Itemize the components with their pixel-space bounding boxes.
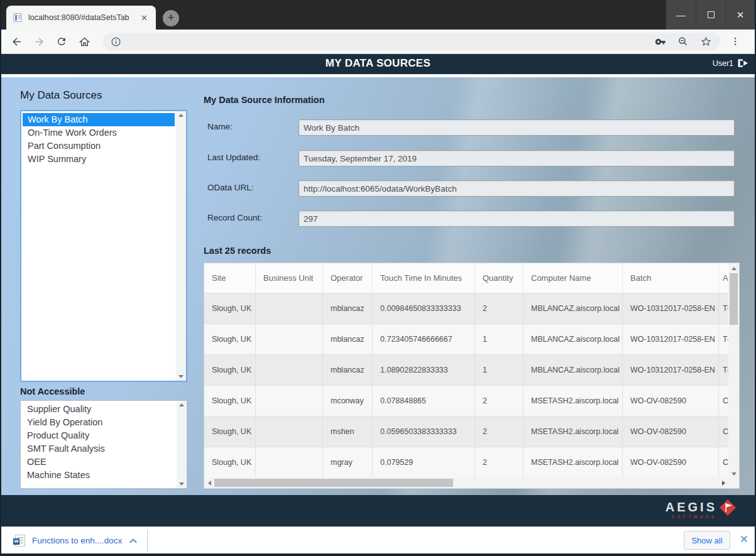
scroll-right-button[interactable] [718,477,728,488]
datasource-list-items: Work By BatchOn-Time Work OrdersPart Con… [21,111,176,381]
table-cell: 2 [475,386,523,416]
table-cell: mconway [323,386,373,416]
logout-icon[interactable] [738,58,748,68]
odata-url-input[interactable] [299,180,735,197]
maximize-button[interactable] [696,0,725,30]
not-accessible-item[interactable]: Machine States [22,469,175,482]
left-panel: My Data Sources Work By BatchOn-Time Wor… [20,77,187,495]
app-footer: AEGIS SOFTWARE [1,495,755,526]
my-data-sources-list[interactable]: Work By BatchOn-Time Work OrdersPart Con… [20,110,187,382]
not-accessible-list[interactable]: Supplier QualityYield By OperationProduc… [20,400,187,489]
key-icon[interactable] [654,35,667,48]
word-document-icon: W [15,535,25,547]
reload-button[interactable] [54,34,69,49]
table-cell: 0.079529 [373,447,475,477]
arrow-left-icon [11,36,23,48]
table-row[interactable]: Slough, UKmblancaz0.7234057466666671MBLA… [204,324,739,355]
table-horizontal-scrollbar[interactable] [204,477,728,488]
address-bar[interactable] [103,33,720,50]
horizontal-scroll-thumb[interactable] [214,479,453,487]
table-cell [256,355,323,385]
scrollbar-corner [728,477,739,488]
chevron-up-icon[interactable] [129,538,138,544]
not-accessible-item[interactable]: Product Quality [22,429,175,442]
zoom-icon[interactable] [676,35,690,48]
table-cell: 1 [475,355,523,385]
datasource-item[interactable]: WIP Summary [23,153,175,166]
table-cell: 1 [475,324,523,354]
not-accessible-item[interactable]: Yield By Operation [22,416,175,429]
table-cell: 0.723405746666667 [373,324,475,354]
table-cell: WO-OV-082590 [623,417,719,447]
table-cell: Slough, UK [204,324,256,354]
browser-menu-icon[interactable] [728,34,743,49]
table-vertical-scrollbar[interactable] [728,263,739,479]
download-bar: W Functions to enh....docx Show all ✕ [1,526,755,553]
not-accessible-item[interactable]: SMT Fault Analysis [22,442,175,455]
table-cell: WO-10312017-0258-EN [623,355,719,385]
table-cell [256,417,323,447]
table-cell: MSETASH2.aiscorp.local [523,417,623,447]
datasource-item[interactable]: Work By Batch [23,113,175,126]
download-item[interactable]: W Functions to enh....docx [15,531,138,550]
scroll-left-button[interactable] [204,477,214,488]
back-button[interactable] [9,34,24,49]
column-header[interactable]: Touch Time In Minutes [373,263,475,293]
new-tab-button[interactable]: + [163,10,179,26]
column-header[interactable]: Quantity [475,263,523,293]
datasource-item[interactable]: On-Time Work Orders [23,126,175,139]
table-cell: Slough, UK [204,355,256,385]
datasource-item[interactable]: Part Consumption [23,139,175,153]
table-row[interactable]: Slough, UKmblancaz1.089028228333331MBLAN… [204,355,739,386]
browser-tab[interactable]: localhost:8080/#dataSetsTab ✕ [6,6,156,30]
column-header[interactable]: Batch [623,263,719,293]
download-filename[interactable]: Functions to enh....docx [32,536,122,545]
table-cell: 1.08902822833333 [373,355,475,385]
table-cell: MBLANCAZ.aiscorp.local [523,293,623,324]
forward-button[interactable] [31,34,47,49]
not-accessible-item[interactable]: OEE [22,455,175,469]
table-row[interactable]: Slough, UKmshen0.05965033833333332MSETAS… [204,417,739,447]
table-row[interactable]: Slough, UKmconway0.0788488652MSETASH2.ai… [204,386,739,417]
bookmark-star-icon[interactable] [699,35,713,48]
home-button[interactable] [77,34,92,49]
last-updated-input[interactable] [299,150,735,166]
column-header[interactable]: Operator [323,263,373,293]
table-cell: WO-OV-082590 [623,447,719,477]
download-bar-close-icon[interactable]: ✕ [740,533,748,546]
show-all-button[interactable]: Show all [684,531,730,550]
scroll-up-icon[interactable] [178,114,184,117]
user-area[interactable]: User1 [713,58,748,68]
column-header[interactable]: Business Unit [256,263,323,293]
not-accessible-scrollbar[interactable] [177,401,187,488]
datasource-list-scrollbar[interactable] [176,111,186,381]
aegis-flag-icon [720,499,736,516]
aegis-logo: AEGIS SOFTWARE [666,501,736,519]
record-count-input[interactable] [299,210,735,227]
record-count-label: Record Count: [207,213,262,222]
not-accessible-heading: Not Accessible [20,386,85,396]
table-row[interactable]: Slough, UKmgray0.0795292MSETASH2.aiscorp… [204,447,739,478]
column-header[interactable]: Computer Name [523,263,623,293]
table-cell: 2 [475,447,523,477]
name-input[interactable] [299,119,735,136]
table-cell: Slough, UK [204,386,256,416]
vertical-scroll-thumb[interactable] [730,273,738,325]
scroll-up-button[interactable] [728,263,739,273]
tab-strip: localhost:8080/#dataSetsTab ✕ + — ✕ [1,0,755,30]
scroll-down-icon[interactable] [178,375,184,378]
table-row[interactable]: Slough, UKmblancaz0.009846508333333332MB… [204,293,739,324]
tab-close-icon[interactable]: ✕ [139,13,150,23]
page-info-icon[interactable] [111,36,121,47]
column-header[interactable]: Site [204,263,256,293]
scroll-up-icon[interactable] [179,403,184,406]
table-cell [256,386,323,416]
table-cell [256,447,323,477]
table-cell: MSETASH2.aiscorp.local [523,386,623,416]
record-count-row: Record Count: [204,210,740,227]
not-accessible-item[interactable]: Supplier Quality [22,403,175,416]
name-label: Name: [207,122,233,131]
scroll-down-icon[interactable] [179,482,184,486]
minimize-button[interactable]: — [666,0,696,30]
close-button[interactable]: ✕ [725,0,755,30]
